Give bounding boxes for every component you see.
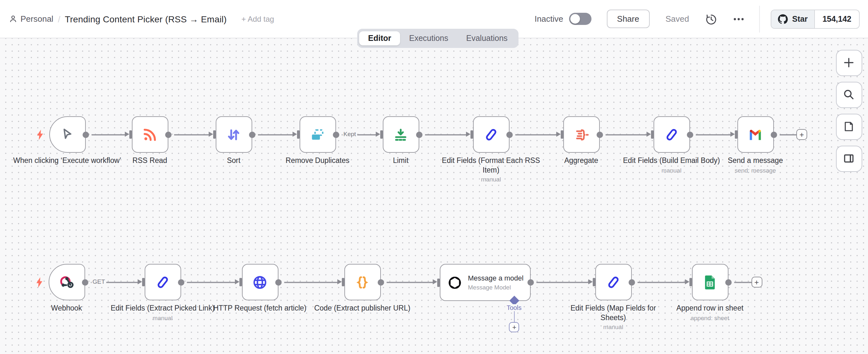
edit-fields-extract-node[interactable]: [144, 264, 181, 300]
output-connector[interactable]: [165, 131, 171, 138]
output-connector[interactable]: [628, 279, 635, 285]
connection-line: [174, 134, 209, 135]
output-connector[interactable]: [416, 131, 422, 138]
input-connector[interactable]: [470, 130, 473, 139]
output-connector[interactable]: [82, 131, 89, 138]
aggregate-node[interactable]: [563, 116, 599, 153]
node-label: Append row in sheetappend: sheet: [655, 304, 764, 322]
edit-fields-build-email-node[interactable]: [653, 116, 690, 153]
connection-arrowhead-icon: [208, 132, 213, 137]
limit-node[interactable]: [382, 116, 419, 153]
history-icon[interactable]: [706, 13, 717, 25]
activation-toggle[interactable]: [569, 13, 591, 25]
connection-arrowhead-icon: [292, 132, 297, 137]
input-connector[interactable]: [341, 278, 344, 286]
input-connector[interactable]: [213, 130, 215, 139]
saved-status: Saved: [665, 14, 689, 24]
output-connector[interactable]: [333, 131, 339, 138]
output-connector[interactable]: [377, 279, 384, 285]
sheets-icon: [702, 274, 718, 290]
edit-fields-map-node[interactable]: [595, 264, 631, 300]
input-connector[interactable]: [297, 130, 299, 139]
output-connector[interactable]: [770, 131, 777, 138]
output-connector[interactable]: [82, 279, 88, 285]
github-icon: [778, 14, 788, 24]
tab-executions[interactable]: Executions: [400, 31, 457, 45]
node-label: HTTP Request (fetch article): [206, 304, 314, 313]
tab-editor[interactable]: Editor: [359, 31, 400, 45]
input-connector[interactable]: [437, 278, 440, 287]
github-star-button[interactable]: Star: [772, 10, 815, 28]
input-connector[interactable]: [592, 278, 595, 286]
share-button[interactable]: Share: [607, 9, 649, 28]
connection-arrowhead-icon: [556, 132, 560, 137]
node-title: Message a model: [468, 274, 524, 282]
add-next-node-button[interactable]: +: [751, 277, 762, 288]
sort-icon: [225, 126, 242, 143]
connection-arrowhead-icon: [685, 279, 689, 284]
trigger-bolt-icon: [35, 276, 43, 290]
aggregate-icon: [573, 126, 590, 143]
http-request-node[interactable]: [242, 264, 278, 300]
connection-line: [637, 281, 685, 283]
rss-read-node[interactable]: [131, 116, 168, 153]
sheets-append-node[interactable]: [692, 264, 728, 300]
connection-arrowhead-icon: [235, 279, 239, 284]
connection-arrowhead-icon: [337, 279, 341, 284]
sticky-note-button[interactable]: [836, 113, 862, 140]
openai-message-model-node[interactable]: Message a modelMessage Model: [440, 264, 531, 301]
github-star-count[interactable]: 154,142: [815, 10, 859, 28]
connection-arrowhead-icon: [588, 279, 592, 284]
output-connector[interactable]: [596, 131, 603, 138]
node-inline-text: Message a modelMessage Model: [468, 274, 524, 291]
connection-line: [187, 281, 235, 283]
search-button[interactable]: [836, 81, 862, 108]
connection-line: [515, 134, 557, 135]
input-connector[interactable]: [142, 278, 144, 286]
add-tag-button[interactable]: + Add tag: [241, 14, 274, 23]
add-node-button[interactable]: [836, 49, 862, 76]
input-connector[interactable]: [239, 278, 242, 286]
node-subtitle: Message Model: [468, 284, 524, 291]
output-connector[interactable]: [506, 131, 513, 138]
view-tabs: EditorExecutionsEvaluations: [357, 29, 519, 48]
canvas-toolbar: [836, 49, 862, 172]
layout-panel-button[interactable]: [836, 145, 862, 172]
input-connector[interactable]: [380, 130, 382, 139]
github-star-widget[interactable]: Star 154,142: [771, 9, 860, 29]
input-connector[interactable]: [129, 130, 131, 139]
webhook-trigger-node[interactable]: [48, 264, 85, 300]
gmail-send-node[interactable]: [737, 116, 774, 153]
manual-trigger-node[interactable]: [49, 116, 86, 153]
output-connector[interactable]: [725, 279, 731, 285]
input-connector[interactable]: [689, 278, 692, 286]
more-options-icon[interactable]: [734, 17, 744, 20]
sort-node[interactable]: [215, 116, 252, 153]
edit-fields-format-node[interactable]: [473, 116, 509, 153]
node-label: Code (Extract publisher URL): [308, 304, 417, 313]
workflow-editor: When clicking ‘Execute workflow’RSS Read…: [0, 0, 868, 354]
input-connector[interactable]: [651, 130, 653, 139]
project-breadcrumb[interactable]: Personal: [9, 14, 54, 24]
gmail-icon: [747, 126, 764, 143]
connection-line: [695, 134, 731, 135]
output-connector[interactable]: [178, 279, 184, 285]
pencil-icon: [663, 126, 680, 143]
output-connector[interactable]: [249, 131, 255, 138]
input-connector[interactable]: [560, 130, 563, 139]
node-label: Edit Fields (Map Fields for Sheets)manua…: [559, 304, 668, 331]
code-node[interactable]: [344, 264, 380, 300]
output-connector[interactable]: [275, 279, 281, 285]
remove-duplicates-node[interactable]: [299, 116, 336, 153]
output-connector[interactable]: [527, 279, 534, 286]
tab-evaluations[interactable]: Evaluations: [457, 31, 517, 45]
openai-icon: [447, 275, 462, 290]
add-tool-button[interactable]: +: [509, 322, 520, 332]
workflow-title[interactable]: Trending Content Picker (RSS → Email): [65, 14, 226, 24]
node-label: Send a messagesend: message: [701, 156, 810, 174]
output-connector[interactable]: [686, 131, 693, 138]
input-connector[interactable]: [735, 130, 737, 139]
add-next-node-button[interactable]: +: [796, 129, 807, 140]
tools-line: [514, 311, 515, 323]
cursor-icon: [59, 127, 75, 142]
